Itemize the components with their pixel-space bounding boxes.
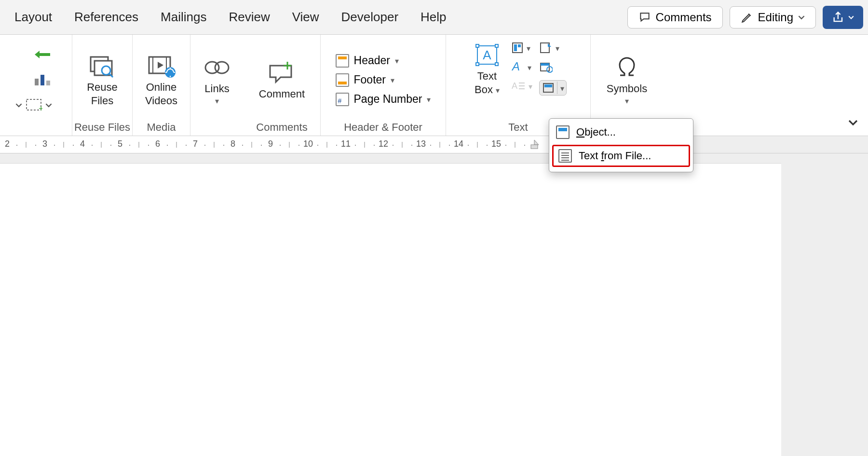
group-label-empty: [34, 121, 37, 136]
new-comment-button[interactable]: Comment: [255, 59, 309, 101]
ruler-tick: [468, 145, 469, 146]
tab-references[interactable]: References: [74, 10, 138, 25]
ruler-number: 13: [416, 139, 426, 149]
page-number-button[interactable]: Page Number ▾: [336, 93, 431, 106]
tab-help[interactable]: Help: [420, 10, 446, 25]
object-split-button[interactable]: ▾: [539, 80, 567, 96]
online-videos-button[interactable]: OnlineVideos: [141, 53, 181, 107]
ruler-tick: [101, 142, 102, 148]
text-box-button[interactable]: A TextBox ▾: [470, 41, 504, 96]
svg-rect-21: [476, 63, 479, 66]
svg-rect-39: [531, 145, 538, 149]
svg-point-15: [215, 62, 229, 73]
svg-rect-34: [541, 63, 549, 66]
horizontal-ruler[interactable]: 23456789101112131415: [0, 136, 868, 153]
svg-rect-26: [518, 44, 521, 47]
ruler-tick: [129, 145, 130, 146]
chevron-down-icon: ▾: [560, 84, 564, 93]
collapse-ribbon-button[interactable]: [845, 114, 861, 131]
footer-label: Footer: [354, 73, 386, 86]
menu-item-object[interactable]: OObject...bject...: [549, 122, 693, 143]
date-time-button[interactable]: [539, 61, 567, 73]
ruler-tick: [252, 142, 252, 148]
ruler-tick: [355, 145, 356, 146]
ruler-tick: [64, 142, 64, 148]
tab-mailings[interactable]: Mailings: [161, 10, 206, 25]
ruler-tick: [393, 145, 393, 146]
ruler-tick: [16, 145, 17, 146]
ruler-number: 11: [341, 139, 351, 149]
ribbon-tabs: Layout References Mailings Review View D…: [14, 10, 447, 25]
comments-button-label: Comments: [656, 11, 712, 24]
svg-marker-12: [158, 62, 163, 69]
ruler-tick: [280, 145, 281, 146]
svg-text:+: +: [39, 104, 42, 112]
online-videos-icon: [146, 54, 177, 78]
ruler-tick: [139, 142, 139, 148]
tab-review[interactable]: Review: [229, 10, 270, 25]
ruler-tick: [261, 145, 262, 146]
document-page[interactable]: [0, 163, 781, 456]
group-label-header-footer: Header & Footer: [344, 121, 422, 136]
svg-rect-37: [544, 84, 552, 87]
signature-line-button[interactable]: ▾: [539, 41, 567, 54]
chevron-down-icon: [15, 102, 22, 109]
ruler-number: 10: [303, 139, 313, 149]
quick-parts-button[interactable]: ▾: [511, 41, 532, 54]
online-videos-label-2: Videos: [145, 95, 177, 107]
editing-mode-button[interactable]: Editing: [730, 6, 816, 28]
tab-developer[interactable]: Developer: [341, 10, 399, 25]
tab-view[interactable]: View: [292, 10, 319, 25]
date-time-icon: [539, 61, 553, 73]
page-number-label: Page Number: [354, 93, 422, 106]
comments-button[interactable]: Comments: [627, 6, 723, 28]
signature-line-icon: [539, 41, 553, 54]
ruler-tick: [204, 145, 205, 146]
ruler-tick: [477, 142, 478, 148]
spacer: [216, 121, 218, 136]
ruler-tick: [402, 142, 403, 148]
chevron-down-icon: [848, 14, 854, 20]
header-button[interactable]: Header ▾: [336, 54, 431, 68]
header-label: Header: [354, 54, 390, 67]
menu-item-text-from-file[interactable]: Text from File...: [552, 145, 690, 167]
chevron-down-icon: ▾: [395, 56, 399, 66]
object-icon: [556, 125, 570, 139]
chevron-down-icon: [45, 102, 52, 109]
ruler-tick: [214, 142, 215, 148]
footer-button[interactable]: Footer ▾: [336, 73, 431, 87]
links-button[interactable]: Links ▾: [198, 54, 236, 106]
ruler-tick: [336, 145, 337, 146]
ruler-tick: [242, 145, 243, 146]
group-header-footer: Header ▾ Footer ▾ Page Number ▾ Header &…: [321, 35, 446, 136]
ribbon: + ReuseFiles Reuse Files: [0, 35, 868, 136]
tab-layout[interactable]: Layout: [14, 10, 52, 25]
link-icon: [202, 57, 232, 78]
group-comments: Comment Comments: [244, 35, 321, 136]
pencil-icon: [741, 11, 753, 24]
menu-item-text-from-file-label: Text from File...: [579, 150, 651, 162]
reuse-files-button[interactable]: ReuseFiles: [83, 53, 122, 107]
online-videos-label-1: Online: [146, 81, 177, 93]
ruler-tick: [223, 145, 224, 146]
chevron-down-icon: ▾: [527, 44, 530, 53]
screenshot-icon: +: [25, 98, 42, 112]
screenshot-button[interactable]: +: [15, 98, 52, 112]
ruler-tick: [440, 142, 440, 148]
chevron-down-icon: [798, 14, 805, 21]
ruler-number: 5: [118, 139, 122, 149]
symbols-button[interactable]: Symbols ▾: [603, 54, 651, 106]
share-button[interactable]: [823, 6, 863, 29]
ruler-number: 2: [5, 139, 10, 149]
ruler-tick: [148, 145, 149, 146]
ruler-number: 14: [454, 139, 463, 149]
chevron-down-icon: ▾: [529, 82, 532, 91]
symbols-label: Symbols: [607, 82, 647, 96]
chart-icon[interactable]: [33, 72, 52, 89]
right-indent-marker[interactable]: [529, 139, 540, 151]
smartart-icon[interactable]: [33, 48, 52, 63]
ruler-margin-right: [685, 136, 868, 153]
ruler-tick: [449, 145, 450, 146]
ruler-tick: [430, 145, 431, 146]
wordart-button[interactable]: A ▾: [511, 61, 532, 73]
